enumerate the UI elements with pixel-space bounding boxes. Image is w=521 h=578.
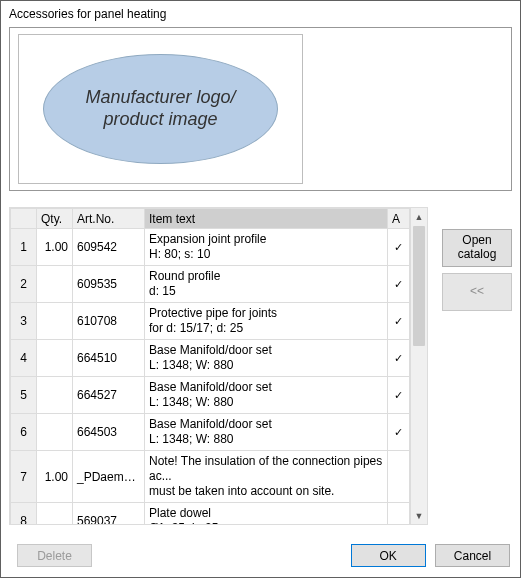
- cell-a[interactable]: [388, 451, 410, 503]
- grid-scrollbar[interactable]: ▲ ▼: [410, 208, 427, 524]
- grid-viewport: Qty. Art.No. Item text A 11.00609542Expa…: [10, 208, 410, 524]
- dialog-title: Accessories for panel heating: [1, 1, 520, 27]
- cell-a[interactable]: ✓: [388, 340, 410, 377]
- cell-qty[interactable]: 1.00: [37, 229, 73, 266]
- cell-rownum[interactable]: 3: [11, 303, 37, 340]
- scroll-up-icon[interactable]: ▲: [411, 208, 427, 225]
- cell-rownum[interactable]: 2: [11, 266, 37, 303]
- cell-artno[interactable]: 569037: [73, 503, 145, 525]
- cell-itemtext[interactable]: Base Manifold/door setL: 1348; W: 880: [145, 414, 388, 451]
- cell-qty[interactable]: [37, 414, 73, 451]
- table-row[interactable]: 11.00609542Expansion joint profileH: 80;…: [11, 229, 410, 266]
- side-buttons: Open catalog <<: [442, 207, 512, 525]
- cell-rownum[interactable]: 1: [11, 229, 37, 266]
- cell-qty[interactable]: [37, 503, 73, 525]
- cell-qty[interactable]: 1.00: [37, 451, 73, 503]
- table-row[interactable]: 5664527Base Manifold/door setL: 1348; W:…: [11, 377, 410, 414]
- cell-itemtext[interactable]: Base Manifold/door setL: 1348; W: 880: [145, 377, 388, 414]
- cell-qty[interactable]: [37, 340, 73, 377]
- cell-qty[interactable]: [37, 266, 73, 303]
- grid-header-row: Qty. Art.No. Item text A: [11, 209, 410, 229]
- cell-artno[interactable]: 664510: [73, 340, 145, 377]
- table-row[interactable]: 2609535Round profiled: 15✓: [11, 266, 410, 303]
- image-placeholder: Manufacturer logo/ product image: [43, 54, 278, 164]
- scroll-down-icon[interactable]: ▼: [411, 507, 427, 524]
- delete-button: Delete: [17, 544, 92, 567]
- table-row[interactable]: 71.00_PDaemAnb...Note! The insulation of…: [11, 451, 410, 503]
- col-header-qty[interactable]: Qty.: [37, 209, 73, 229]
- mid-area: Qty. Art.No. Item text A 11.00609542Expa…: [9, 207, 512, 525]
- image-frame: Manufacturer logo/ product image: [18, 34, 303, 184]
- cell-artno[interactable]: 610708: [73, 303, 145, 340]
- table-row[interactable]: 4664510Base Manifold/door setL: 1348; W:…: [11, 340, 410, 377]
- grid-table: Qty. Art.No. Item text A 11.00609542Expa…: [10, 208, 410, 524]
- cancel-button[interactable]: Cancel: [435, 544, 510, 567]
- cell-qty[interactable]: [37, 303, 73, 340]
- table-row[interactable]: 3610708Protective pipe for jointsfor d: …: [11, 303, 410, 340]
- cell-a[interactable]: ✓: [388, 414, 410, 451]
- cell-artno[interactable]: 664503: [73, 414, 145, 451]
- cell-a[interactable]: [388, 503, 410, 525]
- cell-artno[interactable]: 664527: [73, 377, 145, 414]
- cell-itemtext[interactable]: Base Manifold/door setL: 1348; W: 880: [145, 340, 388, 377]
- cell-artno[interactable]: 609535: [73, 266, 145, 303]
- cell-a[interactable]: ✓: [388, 229, 410, 266]
- col-header-artno[interactable]: Art.No.: [73, 209, 145, 229]
- cell-itemtext[interactable]: Protective pipe for jointsfor d: 15/17; …: [145, 303, 388, 340]
- open-catalog-button[interactable]: Open catalog: [442, 229, 512, 267]
- cell-rownum[interactable]: 5: [11, 377, 37, 414]
- cell-artno[interactable]: 609542: [73, 229, 145, 266]
- cell-itemtext[interactable]: Expansion joint profileH: 80; s: 10: [145, 229, 388, 266]
- col-header-itemtext[interactable]: Item text: [145, 209, 388, 229]
- dialog-footer: Delete OK Cancel: [1, 533, 520, 577]
- scroll-thumb[interactable]: [413, 226, 425, 346]
- footer-right: OK Cancel: [345, 544, 510, 567]
- cell-a[interactable]: ✓: [388, 266, 410, 303]
- table-row[interactable]: 6664503Base Manifold/door setL: 1348; W:…: [11, 414, 410, 451]
- image-placeholder-line2: product image: [103, 109, 217, 131]
- dialog-window: Accessories for panel heating Manufactur…: [0, 0, 521, 578]
- col-header-a[interactable]: A: [388, 209, 410, 229]
- col-header-rownum[interactable]: [11, 209, 37, 229]
- cell-itemtext[interactable]: Note! The insulation of the connection p…: [145, 451, 388, 503]
- cell-rownum[interactable]: 4: [11, 340, 37, 377]
- cell-a[interactable]: ✓: [388, 377, 410, 414]
- cell-itemtext[interactable]: Plate dowelØ1: 35; L: 25: [145, 503, 388, 525]
- image-panel: Manufacturer logo/ product image: [9, 27, 512, 191]
- cell-rownum[interactable]: 8: [11, 503, 37, 525]
- cell-rownum[interactable]: 7: [11, 451, 37, 503]
- cell-a[interactable]: ✓: [388, 303, 410, 340]
- dialog-body: Manufacturer logo/ product image: [1, 27, 520, 533]
- back-button: <<: [442, 273, 512, 311]
- cell-artno[interactable]: _PDaemAnb...: [73, 451, 145, 503]
- footer-left: Delete: [11, 544, 92, 567]
- accessories-grid[interactable]: Qty. Art.No. Item text A 11.00609542Expa…: [9, 207, 428, 525]
- image-placeholder-line1: Manufacturer logo/: [85, 87, 235, 109]
- table-row[interactable]: 8569037Plate dowelØ1: 35; L: 25: [11, 503, 410, 525]
- ok-button[interactable]: OK: [351, 544, 426, 567]
- cell-itemtext[interactable]: Round profiled: 15: [145, 266, 388, 303]
- cell-rownum[interactable]: 6: [11, 414, 37, 451]
- cell-qty[interactable]: [37, 377, 73, 414]
